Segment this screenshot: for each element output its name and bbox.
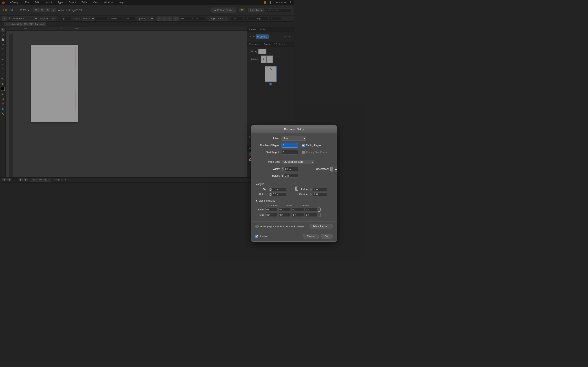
width-row: Width: ▲ ▼ Orientation: ▭ ▬ xyxy=(255,167,294,171)
modal-title: Document Setup xyxy=(251,125,294,133)
modal-overlay: Document Setup Intent: Print ▾ Number of… xyxy=(0,0,294,184)
height-spinner: ▲ ▼ xyxy=(282,174,294,178)
width-input[interactable] xyxy=(284,167,294,171)
width-down[interactable]: ▼ xyxy=(282,169,284,171)
width-up[interactable]: ▲ xyxy=(282,167,284,169)
margins-label: Margins xyxy=(255,183,294,184)
divider-2 xyxy=(255,180,294,180)
page-size-label: Page Size: xyxy=(255,160,280,163)
intent-row: Intent: Print ▾ xyxy=(255,136,294,141)
intent-select-wrap: Print ▾ xyxy=(282,136,294,141)
height-down[interactable]: ▼ xyxy=(282,176,284,177)
num-pages-input[interactable] xyxy=(282,143,294,148)
page-size-row: Page Size: US Business Card ▾ xyxy=(255,160,294,164)
num-pages-row: Number of Pages: Facing Pages xyxy=(255,143,294,148)
intent-select[interactable]: Print xyxy=(282,136,294,141)
start-page-row: Start Page #: Primary Text Frame xyxy=(255,150,294,155)
height-up[interactable]: ▲ xyxy=(282,174,284,176)
height-row: Height: ▲ ▼ xyxy=(255,174,294,178)
start-page-label: Start Page #: xyxy=(255,151,280,154)
start-page-input[interactable] xyxy=(282,150,294,155)
page-size-select-wrap: US Business Card ▾ xyxy=(282,160,294,164)
modal-body: Intent: Print ▾ Number of Pages: Facing … xyxy=(251,133,294,184)
height-input[interactable] xyxy=(284,174,294,178)
height-label: Height: xyxy=(255,174,280,177)
width-label: Width: xyxy=(255,167,280,170)
width-arrows: ▲ ▼ xyxy=(282,167,284,171)
width-spinner: ▲ ▼ xyxy=(282,167,294,171)
page-size-select[interactable]: US Business Card xyxy=(282,160,294,164)
intent-label: Intent: xyxy=(255,137,280,140)
document-setup-modal: Document Setup Intent: Print ▾ Number of… xyxy=(251,125,294,184)
divider-1 xyxy=(255,157,294,157)
num-pages-label: Number of Pages: xyxy=(255,144,280,147)
height-arrows: ▲ ▼ xyxy=(282,174,284,177)
